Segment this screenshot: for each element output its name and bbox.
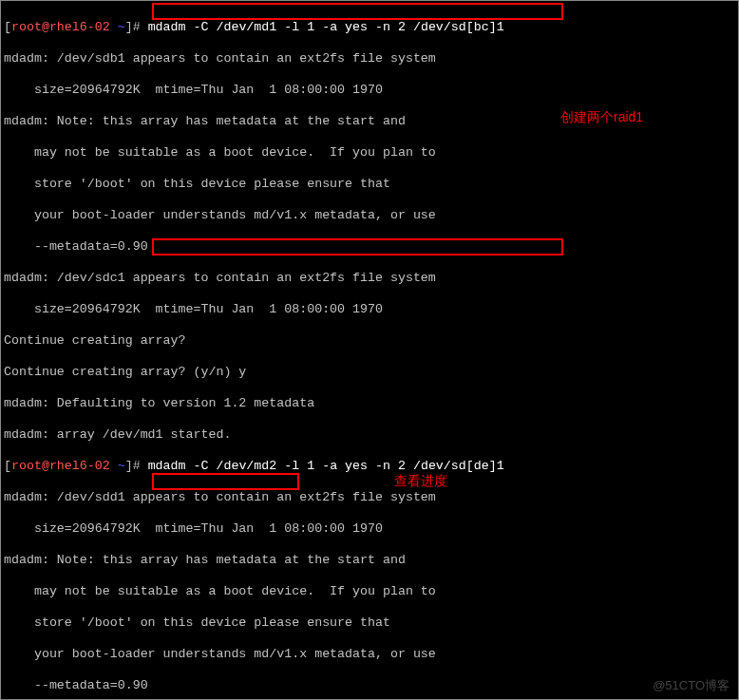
output-line: --metadata=0.90 <box>4 678 735 694</box>
prompt-cwd: ~ <box>118 459 125 473</box>
prompt-hash: # <box>133 459 141 473</box>
output-line: store '/boot' on this device please ensu… <box>4 177 735 193</box>
output-line: may not be suitable as a boot device. If… <box>4 145 735 161</box>
output-line: mdadm: Note: this array has metadata at … <box>4 553 735 569</box>
output-line: mdadm: Defaulting to version 1.2 metadat… <box>4 396 735 412</box>
prompt-hash: # <box>133 20 141 34</box>
command-2: mdadm -C /dev/md2 -l 1 -a yes -n 2 /dev/… <box>148 459 504 473</box>
output-line: size=20964792K mtime=Thu Jan 1 08:00:00 … <box>4 83 735 99</box>
output-line: mdadm: Note: this array has metadata at … <box>4 114 735 130</box>
prompt-cwd: ~ <box>118 20 125 34</box>
output-line: store '/boot' on this device please ensu… <box>4 615 735 632</box>
output-line: your boot-loader understands md/v1.x met… <box>4 208 735 224</box>
output-line: your boot-loader understands md/v1.x met… <box>4 647 735 663</box>
output-line: may not be suitable as a boot device. If… <box>4 584 735 600</box>
output-line: size=20964792K mtime=Thu Jan 1 08:00:00 … <box>4 302 735 318</box>
output-line: --metadata=0.90 <box>4 239 735 255</box>
output-line: Continue creating array? <box>4 333 735 350</box>
output-line: mdadm: /dev/sdb1 appears to contain an e… <box>4 51 735 67</box>
prompt-line-1: [root@rhel6-02 ~]# mdadm -C /dev/md1 -l … <box>4 20 735 36</box>
output-line: mdadm: /dev/sdd1 appears to contain an e… <box>4 490 735 506</box>
terminal[interactable]: [root@rhel6-02 ~]# mdadm -C /dev/md1 -l … <box>0 0 739 700</box>
prompt-line-2: [root@rhel6-02 ~]# mdadm -C /dev/md2 -l … <box>4 459 735 475</box>
prompt-user-host: root@rhel6-02 <box>11 20 110 34</box>
output-line: Continue creating array? (y/n) y <box>4 365 735 381</box>
command-1: mdadm -C /dev/md1 -l 1 -a yes -n 2 /dev/… <box>148 20 504 34</box>
prompt-user-host: root@rhel6-02 <box>11 459 110 473</box>
output-line: mdadm: array /dev/md1 started. <box>4 427 735 444</box>
output-line: mdadm: /dev/sdc1 appears to contain an e… <box>4 271 735 287</box>
output-line: size=20964792K mtime=Thu Jan 1 08:00:00 … <box>4 521 735 538</box>
